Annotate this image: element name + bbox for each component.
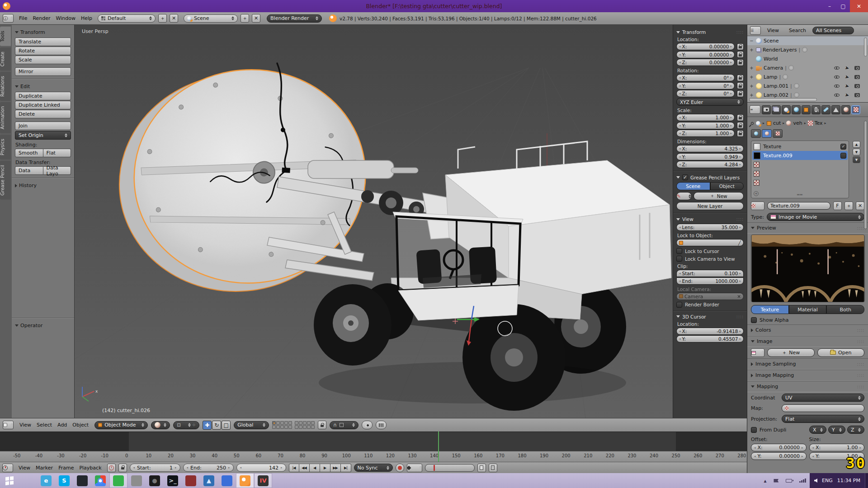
axis-swizzle-select[interactable]: Y (828, 426, 845, 434)
preview-panel-header[interactable]: Preview:::: (747, 222, 868, 234)
properties-tab[interactable] (792, 105, 801, 114)
texture-browse-button[interactable] (751, 202, 764, 210)
pivot-point-select[interactable]: ⊡⁘ (173, 421, 199, 429)
taskbar-app-icon[interactable] (182, 473, 200, 488)
dimension-field[interactable]: ◂Z:4.284▸ (676, 161, 744, 168)
keying-slider[interactable] (425, 464, 475, 472)
mirror-button[interactable]: Mirror (15, 67, 71, 76)
viewport-3d[interactable] (75, 25, 673, 418)
snap-element-icon[interactable] (340, 423, 344, 427)
topbar-menu-item[interactable]: Render (30, 15, 53, 21)
slot-add-icon[interactable]: ＋ (754, 191, 759, 196)
fake-user-button[interactable]: F (833, 202, 842, 210)
scene-delete-button[interactable]: ✕ (252, 14, 260, 23)
preview-mode-button[interactable]: Material (789, 305, 827, 314)
properties-tab[interactable] (821, 105, 830, 114)
playback-button[interactable]: ▶ (320, 464, 330, 472)
slot-move-up-button[interactable]: ▲ (853, 141, 860, 148)
tool-shelf-tab[interactable]: Physics (0, 135, 11, 160)
location-field[interactable]: ◂Z:0.00000▸ (676, 59, 735, 66)
view-panel-header[interactable]: View:::: (676, 216, 744, 222)
edit-tool-button[interactable]: Duplicate Linked (15, 101, 71, 109)
texture-slot-row[interactable]: Texture (752, 142, 848, 151)
lock-icon[interactable] (737, 130, 744, 137)
volume-icon[interactable] (814, 479, 817, 483)
slot-move-down-button[interactable]: ▼ (853, 149, 860, 155)
preview-range-button[interactable] (107, 464, 116, 472)
lock-icon[interactable] (737, 122, 744, 129)
screen-layout-select[interactable]: Default (98, 14, 156, 23)
colors-panel-header[interactable]: Colors:::: (747, 324, 868, 336)
tool-shelf-tab[interactable]: Create (0, 47, 11, 70)
magnet-icon[interactable]: ∩ (333, 422, 337, 428)
scene-add-button[interactable]: ＋ (241, 14, 249, 23)
operator-panel-header[interactable]: Operator (15, 323, 71, 328)
selectable-cursor-icon[interactable]: ➤ (844, 74, 849, 80)
timeline-editor-type-button[interactable] (2, 464, 13, 472)
location-field[interactable]: ◂Y:0.00000▸ (676, 51, 735, 58)
clip-start-field[interactable]: ◂Start:0.100▸ (676, 270, 744, 277)
properties-tab[interactable] (762, 105, 771, 114)
taskbar-app-icon[interactable]: IV (254, 473, 272, 488)
gp-scene-button[interactable]: Scene (676, 182, 710, 190)
outliner-editor-type-button[interactable]: ☰ (750, 26, 761, 35)
cursor-location-field[interactable]: ◂X:-0.91418▸ (676, 328, 744, 335)
properties-tab[interactable] (811, 105, 821, 114)
timeline-menu-item[interactable]: Marker (33, 465, 56, 471)
preview-mode-button[interactable]: Texture (751, 305, 789, 314)
set-origin-menu[interactable]: Set Origin (15, 131, 71, 140)
lock-icon[interactable] (737, 114, 744, 121)
timeline-menu-item[interactable]: Playback (76, 465, 104, 471)
viewport-menu-item[interactable]: Add (55, 422, 70, 428)
scale-field[interactable]: ◂Y:1.000▸ (676, 122, 735, 129)
image-sampling-panel-header[interactable]: Image Sampling:::: (747, 358, 868, 370)
preview-mode-button[interactable]: Both (826, 305, 864, 314)
breadcrumb-item[interactable]: veh▸ (786, 120, 806, 126)
scale-field[interactable]: ◂X:1.000▸ (676, 114, 735, 121)
orientation-select[interactable]: Global (234, 421, 269, 429)
properties-editor-type-button[interactable]: ≡ (750, 105, 760, 114)
lock-icon[interactable] (737, 82, 744, 89)
lock-camera-checkbox[interactable] (676, 256, 682, 262)
texture-enable-checkbox[interactable] (840, 144, 846, 150)
show-desktop-button[interactable] (865, 473, 868, 488)
topbar-menu-item[interactable]: Window (53, 15, 78, 21)
material-texture-context-button[interactable] (762, 129, 772, 138)
timeline-ruler[interactable]: -50-40-30-20-100102030405060708090100110… (0, 451, 747, 462)
lock-icon[interactable] (737, 43, 744, 50)
taskbar-app-icon[interactable] (127, 473, 146, 488)
breadcrumb-item[interactable]: cut▸ (767, 120, 784, 126)
uv-map-field[interactable] (782, 404, 864, 412)
flat-button[interactable]: Flat (43, 149, 71, 157)
properties-tab[interactable] (802, 105, 811, 114)
properties-tab[interactable] (831, 105, 840, 114)
manipulator-translate-button[interactable]: ✚ (203, 421, 212, 430)
clock[interactable]: 11:34 PM (837, 478, 860, 483)
taskbar-app-icon[interactable] (19, 473, 37, 488)
properties-tab[interactable] (782, 105, 791, 114)
render-border-checkbox[interactable] (676, 302, 682, 308)
texture-name-input[interactable]: Texture.009 (767, 202, 830, 210)
transform-panel-header[interactable]: Transform (15, 29, 71, 35)
show-alpha-checkbox[interactable] (751, 317, 757, 323)
vehicle-cab[interactable] (393, 212, 523, 320)
sync-mode-select[interactable]: No Sync (354, 464, 393, 472)
taskbar-app-icon[interactable]: ● (146, 473, 164, 488)
viewport-menu-item[interactable]: Object (70, 422, 91, 428)
lock-icon[interactable] (737, 51, 744, 58)
outliner-row[interactable]: − Scene ➤ (747, 36, 868, 45)
outliner-item-label[interactable]: Scene (764, 38, 779, 44)
transform-panel-header[interactable]: Transform:::: (676, 29, 744, 35)
keying-set-select[interactable] (407, 464, 422, 472)
battery-icon[interactable] (786, 479, 792, 483)
scale-field[interactable]: ◂Z:1.000▸ (676, 130, 735, 137)
playback-button[interactable]: ▶▶ (330, 464, 341, 472)
wheel-front[interactable] (314, 284, 392, 366)
image-panel-header[interactable]: Image:::: (747, 336, 868, 347)
properties-tab[interactable] (841, 105, 850, 114)
renderable-camera-icon[interactable] (854, 66, 860, 70)
viewport-menu-item[interactable]: Select (34, 422, 55, 428)
axis-swizzle-select[interactable]: Z (847, 426, 864, 434)
lock-to-scene-button[interactable] (318, 421, 326, 429)
image-browse-button[interactable] (751, 348, 764, 357)
